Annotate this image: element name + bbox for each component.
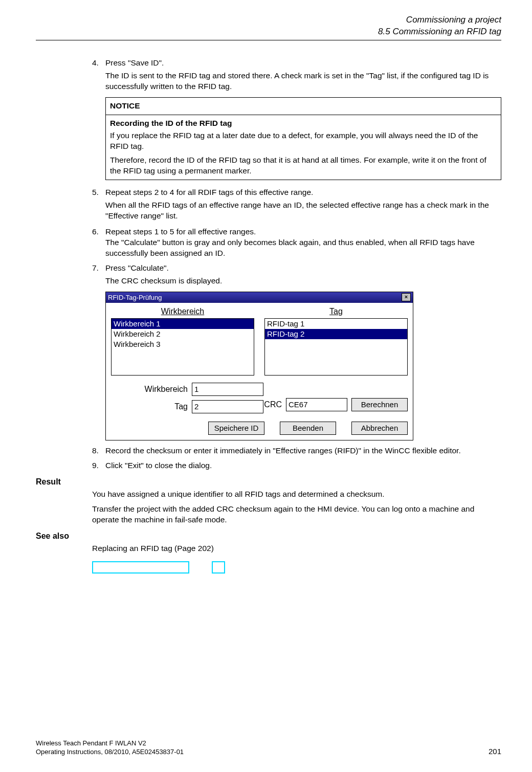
result-heading: Result [36,476,501,488]
notice-p2: Therefore, record the ID of the RFID tag… [110,155,497,177]
step-text: Record the checksum or enter it immediat… [105,446,501,456]
notice-box: NOTICE Recording the ID of the RFID tag … [105,97,501,181]
beenden-button[interactable]: Beenden [280,422,336,435]
result-p2: Transfer the project with the added CRC … [92,504,501,525]
dialog-title: RFID-Tag-Prüfung [108,293,162,302]
footer-docinfo: Operating Instructions, 08/2010, A5E0245… [36,748,184,757]
notice-subtitle: Recording the ID of the RFID tag [110,118,497,129]
step-desc: When all the RFID tags of an effective r… [105,200,501,222]
step-number: 9. [92,460,105,471]
step-text: Press "Calculate". [105,263,501,274]
crc-label: CRC [264,399,282,410]
step-number: 5. [92,187,105,198]
list-item[interactable]: RFID-tag 1 [265,319,407,329]
step-desc: The ID is sent to the RFID tag and store… [105,71,501,92]
result-p1: You have assigned a unique identifier to… [92,489,501,500]
list-item[interactable]: RFID-tag 2 [265,329,407,339]
crc-input[interactable] [286,398,347,411]
rfid-dialog: RFID-Tag-Prüfung × Wirkbereich Wirkberei… [105,292,413,440]
page-number: 201 [489,746,501,757]
abbrechen-button[interactable]: Abbrechen [351,422,408,435]
step-5: 5. Repeat steps 2 to 4 for all RDIF tags… [92,187,501,222]
tag-label: Tag [111,401,188,412]
seealso-link: Replacing an RFID tag (Page 202) [92,543,501,554]
step-4: 4. Press "Save ID". The ID is sent to th… [92,58,501,180]
chapter-title: Commissioning a project [36,14,501,26]
annotation-box [92,561,189,574]
wirkbereich-input[interactable] [192,383,263,396]
wirkbereich-label: Wirkbereich [111,384,188,395]
step-text: Repeat steps 1 to 5 for all effective ra… [105,227,501,259]
step-8: 8. Record the checksum or enter it immed… [92,446,501,456]
annotation-box [212,561,225,574]
wirkbereich-header: Wirkbereich [111,306,254,317]
notice-title: NOTICE [106,97,501,115]
section-title: 8.5 Commissioning an RFID tag [36,26,501,38]
list-item[interactable]: Wirkbereich 3 [112,339,254,349]
tag-list[interactable]: RFID-tag 1 RFID-tag 2 [264,318,408,376]
close-icon[interactable]: × [402,293,411,301]
step-9: 9. Click "Exit" to close the dialog. [92,460,501,471]
wirkbereich-list[interactable]: Wirkbereich 1 Wirkbereich 2 Wirkbereich … [111,318,254,376]
step-number: 6. [92,227,105,237]
step-text: Click "Exit" to close the dialog. [105,460,501,471]
step-desc: The CRC checksum is displayed. [105,276,501,286]
step-text: Repeat steps 2 to 4 for all RDIF tags of… [105,187,501,198]
step-number: 8. [92,446,105,456]
berechnen-button[interactable]: Berechnen [351,398,408,411]
page-header: Commissioning a project 8.5 Commissionin… [36,14,501,40]
seealso-heading: See also [36,531,501,542]
list-item[interactable]: Wirkbereich 1 [112,319,254,329]
annotation-boxes [92,561,501,574]
step-text-extra: The "Calculate" button is gray and only … [105,238,475,257]
footer-product: Wireless Teach Pendant F IWLAN V2 [36,739,184,748]
tag-header: Tag [264,306,408,317]
step-number: 4. [92,58,105,69]
list-item[interactable]: Wirkbereich 2 [112,329,254,339]
step-7: 7. Press "Calculate". The CRC checksum i… [92,263,501,286]
page-footer: Wireless Teach Pendant F IWLAN V2 Operat… [36,739,501,757]
step-number: 7. [92,263,105,274]
tag-input[interactable] [192,400,263,413]
step-text-main: Repeat steps 1 to 5 for all effective ra… [105,227,256,236]
step-text: Press "Save ID". [105,58,501,69]
notice-p1: If you replace the RFID tag at a later d… [110,130,497,152]
speichere-id-button[interactable]: Speichere ID [208,422,264,435]
dialog-titlebar: RFID-Tag-Prüfung × [106,292,413,303]
step-6: 6. Repeat steps 1 to 5 for all effective… [92,227,501,259]
notice-body: Recording the ID of the RFID tag If you … [106,115,501,180]
